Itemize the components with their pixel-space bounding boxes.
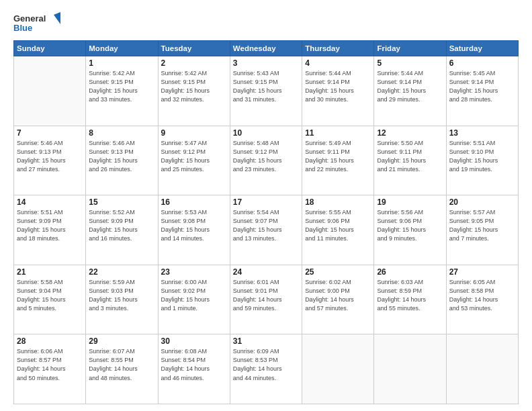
- day-number: 23: [161, 267, 227, 277]
- calendar-table: SundayMondayTuesdayWednesdayThursdayFrid…: [13, 40, 519, 404]
- day-number: 17: [233, 197, 299, 207]
- calendar-cell: 14Sunrise: 5:51 AM Sunset: 9:09 PM Dayli…: [14, 195, 86, 265]
- calendar-cell: 19Sunrise: 5:56 AM Sunset: 9:06 PM Dayli…: [374, 195, 446, 265]
- day-info: Sunrise: 6:00 AM Sunset: 9:02 PM Dayligh…: [161, 278, 227, 313]
- week-row-3: 14Sunrise: 5:51 AM Sunset: 9:09 PM Dayli…: [14, 195, 519, 265]
- page: GeneralBlue SundayMondayTuesdayWednesday…: [0, 0, 532, 411]
- day-info: Sunrise: 5:55 AM Sunset: 9:06 PM Dayligh…: [305, 208, 371, 243]
- calendar-cell: 23Sunrise: 6:00 AM Sunset: 9:02 PM Dayli…: [158, 265, 230, 334]
- day-number: 31: [233, 336, 299, 346]
- day-number: 9: [161, 128, 227, 138]
- calendar-cell: 9Sunrise: 5:47 AM Sunset: 9:12 PM Daylig…: [158, 126, 230, 195]
- day-info: Sunrise: 5:44 AM Sunset: 9:14 PM Dayligh…: [377, 69, 443, 104]
- day-info: Sunrise: 5:42 AM Sunset: 9:15 PM Dayligh…: [89, 69, 154, 104]
- day-number: 3: [233, 58, 299, 68]
- day-number: 4: [305, 58, 371, 68]
- logo: GeneralBlue: [13, 12, 60, 34]
- day-number: 8: [89, 128, 154, 138]
- day-info: Sunrise: 5:48 AM Sunset: 9:12 PM Dayligh…: [233, 139, 299, 174]
- svg-text:General: General: [13, 13, 46, 24]
- day-number: 6: [449, 58, 515, 68]
- day-info: Sunrise: 6:02 AM Sunset: 9:00 PM Dayligh…: [305, 278, 371, 313]
- day-info: Sunrise: 6:05 AM Sunset: 8:58 PM Dayligh…: [449, 278, 515, 313]
- calendar-cell: 24Sunrise: 6:01 AM Sunset: 9:01 PM Dayli…: [230, 265, 302, 334]
- day-number: 24: [233, 267, 299, 277]
- svg-text:Blue: Blue: [13, 23, 32, 33]
- day-number: 20: [449, 197, 515, 207]
- day-info: Sunrise: 5:49 AM Sunset: 9:11 PM Dayligh…: [305, 139, 371, 174]
- calendar-cell: 1Sunrise: 5:42 AM Sunset: 9:15 PM Daylig…: [86, 56, 158, 126]
- day-info: Sunrise: 5:44 AM Sunset: 9:14 PM Dayligh…: [305, 69, 371, 104]
- day-info: Sunrise: 5:43 AM Sunset: 9:15 PM Dayligh…: [233, 69, 299, 104]
- day-number: 28: [17, 336, 83, 346]
- day-info: Sunrise: 5:50 AM Sunset: 9:11 PM Dayligh…: [377, 139, 443, 174]
- calendar-cell: 13Sunrise: 5:51 AM Sunset: 9:10 PM Dayli…: [446, 126, 518, 195]
- day-number: 13: [449, 128, 515, 138]
- calendar-cell: 15Sunrise: 5:52 AM Sunset: 9:09 PM Dayli…: [86, 195, 158, 265]
- day-info: Sunrise: 6:06 AM Sunset: 8:57 PM Dayligh…: [17, 347, 83, 382]
- weekday-header-wednesday: Wednesday: [230, 41, 302, 56]
- calendar-cell: 17Sunrise: 5:54 AM Sunset: 9:07 PM Dayli…: [230, 195, 302, 265]
- calendar-cell: 31Sunrise: 6:09 AM Sunset: 8:53 PM Dayli…: [230, 334, 302, 404]
- day-number: 29: [89, 336, 154, 346]
- day-info: Sunrise: 5:42 AM Sunset: 9:15 PM Dayligh…: [161, 69, 227, 104]
- calendar-cell: 25Sunrise: 6:02 AM Sunset: 9:00 PM Dayli…: [302, 265, 374, 334]
- calendar-cell: 29Sunrise: 6:07 AM Sunset: 8:55 PM Dayli…: [86, 334, 158, 404]
- calendar-cell: [302, 334, 374, 404]
- calendar-cell: 8Sunrise: 5:46 AM Sunset: 9:13 PM Daylig…: [86, 126, 158, 195]
- svg-marker-2: [54, 12, 60, 24]
- calendar-cell: 21Sunrise: 5:58 AM Sunset: 9:04 PM Dayli…: [14, 265, 86, 334]
- calendar-cell: 18Sunrise: 5:55 AM Sunset: 9:06 PM Dayli…: [302, 195, 374, 265]
- calendar-cell: 12Sunrise: 5:50 AM Sunset: 9:11 PM Dayli…: [374, 126, 446, 195]
- calendar-cell: 28Sunrise: 6:06 AM Sunset: 8:57 PM Dayli…: [14, 334, 86, 404]
- day-info: Sunrise: 5:46 AM Sunset: 9:13 PM Dayligh…: [89, 139, 154, 174]
- day-info: Sunrise: 5:54 AM Sunset: 9:07 PM Dayligh…: [233, 208, 299, 243]
- calendar-cell: 7Sunrise: 5:46 AM Sunset: 9:13 PM Daylig…: [14, 126, 86, 195]
- day-info: Sunrise: 6:08 AM Sunset: 8:54 PM Dayligh…: [161, 347, 227, 382]
- calendar-cell: 27Sunrise: 6:05 AM Sunset: 8:58 PM Dayli…: [446, 265, 518, 334]
- day-number: 19: [377, 197, 443, 207]
- day-number: 1: [89, 58, 154, 68]
- logo-icon: GeneralBlue: [13, 12, 60, 34]
- day-number: 18: [305, 197, 371, 207]
- weekday-header-tuesday: Tuesday: [158, 41, 230, 56]
- calendar-cell: 22Sunrise: 5:59 AM Sunset: 9:03 PM Dayli…: [86, 265, 158, 334]
- day-info: Sunrise: 6:03 AM Sunset: 8:59 PM Dayligh…: [377, 278, 443, 313]
- day-info: Sunrise: 6:09 AM Sunset: 8:53 PM Dayligh…: [233, 347, 299, 382]
- day-number: 10: [233, 128, 299, 138]
- calendar-cell: [14, 56, 86, 126]
- day-number: 22: [89, 267, 154, 277]
- calendar-cell: 30Sunrise: 6:08 AM Sunset: 8:54 PM Dayli…: [158, 334, 230, 404]
- day-info: Sunrise: 5:46 AM Sunset: 9:13 PM Dayligh…: [17, 139, 83, 174]
- calendar-cell: 5Sunrise: 5:44 AM Sunset: 9:14 PM Daylig…: [374, 56, 446, 126]
- day-info: Sunrise: 5:57 AM Sunset: 9:05 PM Dayligh…: [449, 208, 515, 243]
- calendar-cell: 26Sunrise: 6:03 AM Sunset: 8:59 PM Dayli…: [374, 265, 446, 334]
- day-number: 25: [305, 267, 371, 277]
- day-info: Sunrise: 5:59 AM Sunset: 9:03 PM Dayligh…: [89, 278, 154, 313]
- week-row-4: 21Sunrise: 5:58 AM Sunset: 9:04 PM Dayli…: [14, 265, 519, 334]
- calendar-cell: 2Sunrise: 5:42 AM Sunset: 9:15 PM Daylig…: [158, 56, 230, 126]
- week-row-5: 28Sunrise: 6:06 AM Sunset: 8:57 PM Dayli…: [14, 334, 519, 404]
- day-info: Sunrise: 5:56 AM Sunset: 9:06 PM Dayligh…: [377, 208, 443, 243]
- day-info: Sunrise: 5:51 AM Sunset: 9:09 PM Dayligh…: [17, 208, 83, 243]
- day-info: Sunrise: 5:52 AM Sunset: 9:09 PM Dayligh…: [89, 208, 154, 243]
- day-number: 12: [377, 128, 443, 138]
- day-number: 16: [161, 197, 227, 207]
- weekday-header-saturday: Saturday: [446, 41, 518, 56]
- day-number: 15: [89, 197, 154, 207]
- day-info: Sunrise: 5:53 AM Sunset: 9:08 PM Dayligh…: [161, 208, 227, 243]
- day-info: Sunrise: 5:47 AM Sunset: 9:12 PM Dayligh…: [161, 139, 227, 174]
- weekday-header-thursday: Thursday: [302, 41, 374, 56]
- weekday-header-row: SundayMondayTuesdayWednesdayThursdayFrid…: [14, 41, 519, 56]
- day-number: 27: [449, 267, 515, 277]
- day-number: 5: [377, 58, 443, 68]
- weekday-header-monday: Monday: [86, 41, 158, 56]
- calendar-cell: 16Sunrise: 5:53 AM Sunset: 9:08 PM Dayli…: [158, 195, 230, 265]
- day-number: 26: [377, 267, 443, 277]
- week-row-1: 1Sunrise: 5:42 AM Sunset: 9:15 PM Daylig…: [14, 56, 519, 126]
- day-number: 2: [161, 58, 227, 68]
- calendar-cell: [374, 334, 446, 404]
- day-info: Sunrise: 5:45 AM Sunset: 9:14 PM Dayligh…: [449, 69, 515, 104]
- calendar-cell: 10Sunrise: 5:48 AM Sunset: 9:12 PM Dayli…: [230, 126, 302, 195]
- day-number: 14: [17, 197, 83, 207]
